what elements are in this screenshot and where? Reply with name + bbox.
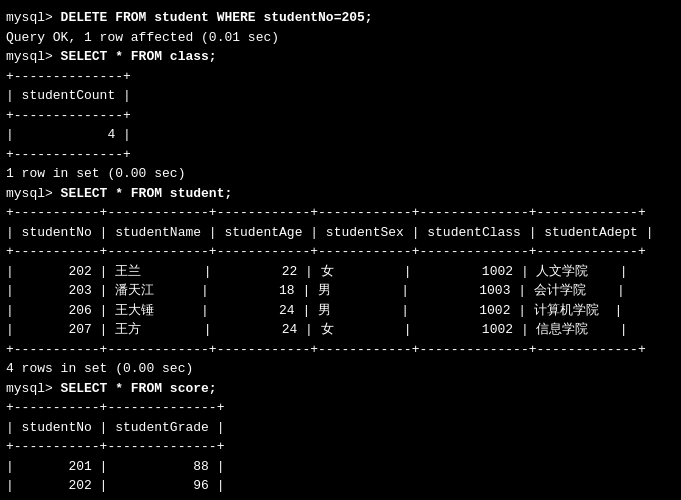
terminal-line: +-----------+-------------+------------+… <box>6 242 675 262</box>
terminal-line: mysql> SELECT * FROM student; <box>6 184 675 204</box>
terminal-line: mysql> SELECT * FROM score; <box>6 379 675 399</box>
mysql-prompt: mysql> <box>6 186 61 201</box>
mysql-prompt: mysql> <box>6 49 61 64</box>
sql-command: SELECT * FROM student; <box>61 186 233 201</box>
terminal-line: mysql> DELETE FROM student WHERE student… <box>6 8 675 28</box>
mysql-prompt: mysql> <box>6 10 61 25</box>
terminal-line: | 203 | 潘天江 | 18 | 男 | 1003 | 会计学院 | <box>6 281 675 301</box>
mysql-prompt: mysql> <box>6 381 61 396</box>
terminal-line: +-----------+-------------+------------+… <box>6 203 675 223</box>
sql-command: SELECT * FROM score; <box>61 381 217 396</box>
sql-command: SELECT * FROM class; <box>61 49 217 64</box>
terminal-line: +--------------+ <box>6 145 675 165</box>
terminal-line: | 201 | 88 | <box>6 457 675 477</box>
terminal-line: +-----------+--------------+ <box>6 437 675 457</box>
terminal-line: | 4 | <box>6 125 675 145</box>
terminal-line: Query OK, 1 row affected (0.01 sec) <box>6 28 675 48</box>
terminal-line: 4 rows in set (0.00 sec) <box>6 359 675 379</box>
terminal-line: +-----------+-------------+------------+… <box>6 340 675 360</box>
terminal-line: 1 row in set (0.00 sec) <box>6 164 675 184</box>
terminal-line: | 202 | 王兰 | 22 | 女 | 1002 | 人文学院 | <box>6 262 675 282</box>
terminal-line: | 206 | 王大锤 | 24 | 男 | 1002 | 计算机学院 | <box>6 301 675 321</box>
terminal-line: +-----------+--------------+ <box>6 398 675 418</box>
terminal-window: mysql> DELETE FROM student WHERE student… <box>6 8 675 500</box>
terminal-content: mysql> DELETE FROM student WHERE student… <box>6 8 675 500</box>
terminal-line: | studentNo | studentName | studentAge |… <box>6 223 675 243</box>
terminal-line: | studentCount | <box>6 86 675 106</box>
terminal-line: mysql> SELECT * FROM class; <box>6 47 675 67</box>
terminal-line: | 202 | 96 | <box>6 476 675 496</box>
terminal-line: | 203 | 53 | <box>6 496 675 501</box>
terminal-line: +--------------+ <box>6 106 675 126</box>
terminal-line: | studentNo | studentGrade | <box>6 418 675 438</box>
sql-command: DELETE FROM student WHERE studentNo=205; <box>61 10 373 25</box>
terminal-line: +--------------+ <box>6 67 675 87</box>
terminal-line: | 207 | 王方 | 24 | 女 | 1002 | 信息学院 | <box>6 320 675 340</box>
